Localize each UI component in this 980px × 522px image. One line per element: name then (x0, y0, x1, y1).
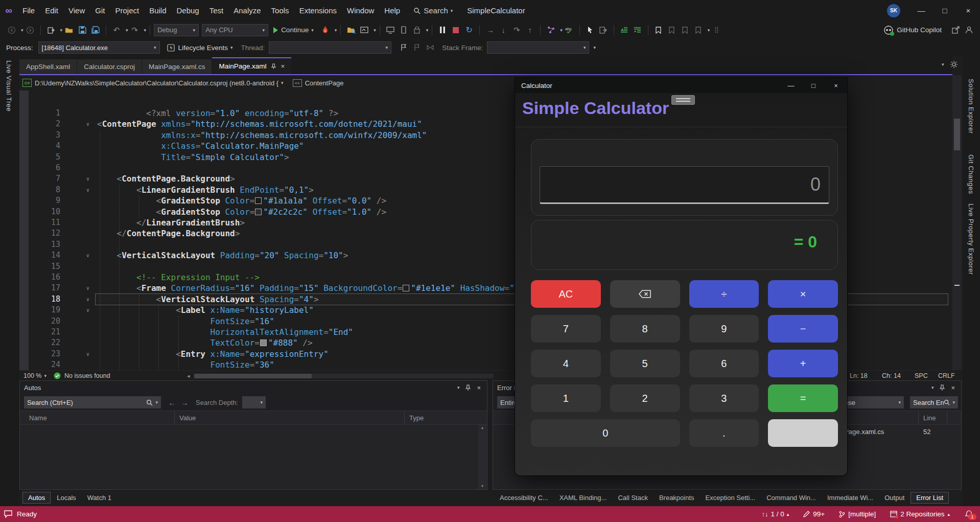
fold-collapse-icon[interactable]: ∨ (84, 185, 92, 195)
autos-pin-icon[interactable] (465, 384, 471, 391)
tab-list-chevron-icon[interactable]: ▾ (942, 62, 944, 67)
show-next-statement-button[interactable]: → (484, 24, 496, 37)
avatar[interactable]: SK (887, 4, 900, 17)
tab-watch-1[interactable]: Watch 1 (82, 492, 116, 503)
menu-build[interactable]: Build (144, 0, 171, 21)
key-2[interactable]: 2 (610, 384, 680, 412)
thread-dropdown[interactable]: ▾ (269, 41, 391, 54)
package-lock-icon[interactable] (411, 24, 423, 37)
key-equals[interactable]: = (768, 384, 838, 412)
hot-reload-button[interactable] (319, 24, 332, 37)
hscroll-left-arrow-icon[interactable]: ◂ (187, 373, 190, 379)
stack-frame-dropdown[interactable]: ▾ (487, 41, 589, 54)
maui-debug-overlay-handle[interactable] (671, 95, 695, 105)
navigate-cursor-icon[interactable] (597, 24, 610, 37)
tab-xaml-binding-[interactable]: XAML Binding... (554, 492, 612, 503)
flag-current-thread-icon[interactable] (411, 41, 423, 54)
autos-panel-titlebar[interactable]: Autos ▾ × (20, 381, 487, 394)
step-out-button[interactable]: ↑ (524, 24, 536, 37)
menu-debug[interactable]: Debug (172, 0, 204, 21)
editor-vertical-scrollbar[interactable] (952, 75, 962, 370)
fold-collapse-icon[interactable]: ∨ (84, 173, 92, 184)
scroll-down-arrow-icon[interactable]: ▾ (478, 483, 486, 489)
navigate-back-button[interactable] (6, 24, 18, 37)
procbar-overflow-icon[interactable]: ▾ (593, 45, 596, 50)
menu-project[interactable]: Project (110, 0, 144, 21)
zoom-dropdown[interactable]: 100 %▾ (24, 372, 46, 379)
search-control[interactable]: Search ▾ (413, 6, 453, 15)
fold-collapse-icon[interactable]: ∨ (84, 294, 92, 305)
lifecycle-events-button[interactable]: Lifecycle Events (178, 44, 228, 52)
code-map-icon[interactable] (545, 24, 557, 37)
key-backspace[interactable] (610, 280, 680, 308)
pending-edits-status[interactable]: 99+ (803, 510, 825, 518)
key-0[interactable]: 0 (531, 419, 680, 447)
key-9[interactable]: 9 (689, 315, 759, 343)
tab-command-win-[interactable]: Command Win... (761, 492, 821, 503)
tab-calculator-csproj[interactable]: Calculator.csproj (77, 59, 142, 74)
tab-live-property-explorer[interactable]: Live Property Explorer (967, 203, 975, 275)
toolbar-overflow-icon[interactable]: ⁞⁞ (710, 24, 722, 37)
search-prev-arrow-icon[interactable]: ← (168, 398, 176, 407)
menu-analyze[interactable]: Analyze (228, 0, 266, 21)
feedback-bubble-icon[interactable] (4, 510, 12, 518)
column-value[interactable]: Value (179, 414, 196, 422)
key-4[interactable]: 4 (531, 350, 601, 377)
fold-collapse-icon[interactable]: ∨ (84, 349, 92, 359)
bookmark-next-icon[interactable] (679, 24, 691, 37)
menu-file[interactable]: File (17, 0, 40, 21)
calculator-titlebar[interactable]: Calculator — □ × (515, 78, 847, 93)
bookmark-clear-icon[interactable] (692, 24, 705, 37)
code-map-chevron-icon[interactable]: ▾ (560, 28, 563, 33)
error-row-line[interactable]: 52 (923, 428, 930, 436)
key-divide[interactable]: ÷ (689, 280, 759, 308)
indent-decrease-icon[interactable] (618, 24, 631, 37)
autos-search-input[interactable]: Search (Ctrl+E) ▾ (24, 396, 161, 408)
restart-button[interactable]: ↻ (463, 24, 475, 37)
feedback-person-icon[interactable] (963, 24, 975, 37)
error-search-input[interactable]: Search Error ▾ (910, 396, 958, 408)
column-type[interactable]: Type (409, 414, 424, 422)
error-list-menu-chevron-icon[interactable]: ▾ (931, 385, 934, 390)
key-5[interactable]: 5 (610, 350, 680, 377)
key-add[interactable]: + (768, 350, 838, 377)
key-blank[interactable] (768, 419, 838, 447)
menu-edit[interactable]: Edit (40, 0, 63, 21)
status-spaces-mode[interactable]: SPC (915, 372, 928, 379)
solution-home-button[interactable] (358, 24, 370, 37)
save-button[interactable] (76, 24, 88, 37)
key-1[interactable]: 1 (531, 384, 601, 412)
menu-view[interactable]: View (63, 0, 90, 21)
maximize-button[interactable]: □ (933, 0, 956, 21)
configuration-dropdown[interactable]: Debug▾ (154, 24, 199, 36)
lifecycle-chevron-icon[interactable]: ▾ (230, 45, 233, 50)
breadcrumb-chevron-icon[interactable]: ▾ (281, 80, 284, 85)
key-multiply[interactable]: × (768, 280, 838, 308)
notifications-button[interactable]: 1 (965, 510, 973, 518)
calc-maximize-button[interactable]: □ (802, 78, 825, 93)
key-8[interactable]: 8 (610, 315, 680, 343)
menu-window[interactable]: Window (342, 0, 379, 21)
key-dot[interactable]: . (689, 419, 759, 447)
search-depth-dropdown[interactable]: ▾ (242, 396, 266, 408)
step-over-button[interactable]: ↷ (510, 24, 523, 37)
error-list-close-icon[interactable]: × (951, 384, 955, 392)
undo-chevron-icon[interactable]: ▾ (126, 28, 128, 33)
tab-appshell-xaml[interactable]: AppShell.xaml (19, 59, 77, 74)
minimize-button[interactable]: — (909, 0, 933, 21)
menu-tools[interactable]: Tools (266, 0, 294, 21)
key-3[interactable]: 3 (689, 384, 759, 412)
hscroll-thumb[interactable] (194, 374, 312, 378)
bookmark-prev-icon[interactable] (666, 24, 678, 37)
autos-body[interactable]: ▴ ▾ (20, 425, 487, 489)
tab-output[interactable]: Output (879, 492, 909, 503)
repositories-status[interactable]: 2 Repositories ▴ (890, 510, 950, 518)
menu-help[interactable]: Help (379, 0, 405, 21)
branch-status[interactable]: [multiple] (839, 510, 876, 518)
open-folder-button[interactable] (63, 24, 75, 37)
pin-icon[interactable] (271, 63, 276, 70)
flag-threads-icon[interactable] (398, 41, 410, 54)
tab-error-list[interactable]: Error List (911, 492, 949, 504)
tab-live-visual-tree[interactable]: Live Visual Tree (5, 60, 13, 111)
fold-collapse-icon[interactable]: ∨ (84, 119, 92, 129)
